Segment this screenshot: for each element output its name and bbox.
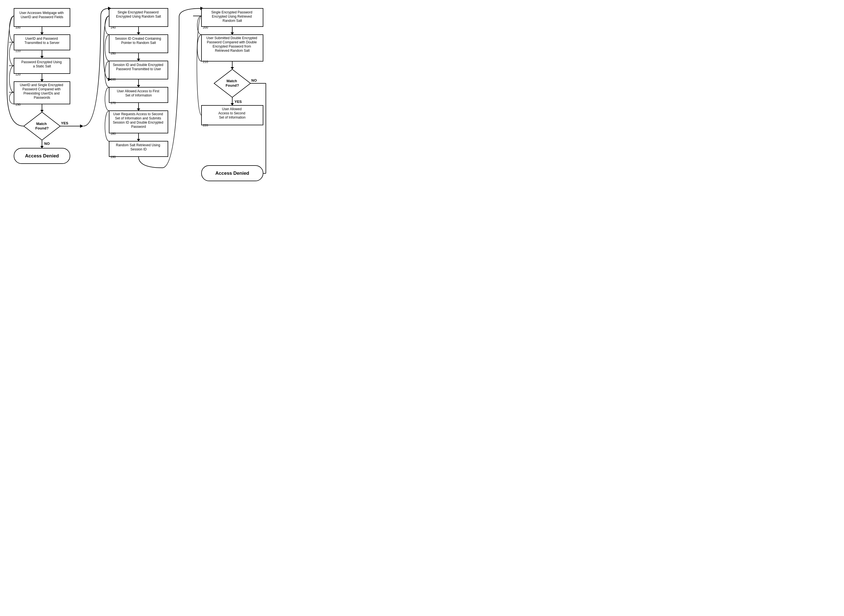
loop-c1-arc3 (10, 66, 14, 92)
step-110: 110 (15, 49, 21, 53)
flowchart-svg: User Accesses Webpage with UserID and Pa… (6, 6, 274, 249)
label-150: Session ID Created Containing Pointer to… (115, 37, 162, 45)
step-190: 190 (110, 155, 116, 158)
step-180: 180 (110, 132, 116, 135)
no-label-d1: NO (44, 141, 50, 146)
step-130: 130 (15, 103, 21, 106)
arrowhead-d1-no (40, 146, 44, 148)
step-120: 120 (15, 73, 21, 76)
loop-col2-left1 (104, 16, 109, 79)
step-220: 220 (203, 123, 208, 127)
access-denied-1-label: Access Denied (25, 153, 59, 158)
label-110: UserID and Password Transmitted to a Ser… (25, 37, 60, 45)
arrowhead-d2-yes (231, 103, 234, 106)
step-100: 100 (15, 26, 21, 29)
arrowhead-d1-yes (80, 125, 84, 128)
loop-c2-arc4 (105, 87, 109, 111)
diamond-2-label: Match Found? (225, 79, 239, 88)
step-150: 150 (110, 52, 116, 55)
loop-c1-arc4 (10, 92, 14, 104)
loop-c3-arc2 (197, 35, 201, 61)
label-140: Single Encrypted Password Encrypted Usin… (116, 10, 161, 18)
arrowhead-160-170 (137, 85, 140, 87)
loop-c2-arc5 (105, 111, 109, 141)
arrowhead-120-130 (40, 79, 44, 82)
yes-label-d1: YES (61, 121, 68, 125)
arrowhead-150-160 (137, 59, 140, 61)
diamond-1-label: Match Found? (35, 122, 49, 130)
access-denied-2-label: Access Denied (216, 170, 249, 176)
loop-c1-arc1 (10, 16, 14, 42)
loop-c2-arc2 (105, 35, 109, 61)
loop-c3-arc3 (197, 16, 202, 115)
loop-c2-arc3 (105, 61, 109, 87)
label-220: User Allowed Access to Second Set of Inf… (218, 107, 246, 119)
step-210: 210 (203, 60, 208, 63)
arrowhead-170-180 (137, 109, 140, 111)
arrowhead-100-110 (40, 32, 44, 35)
yes-label-d2: YES (234, 100, 242, 104)
label-100: User Accesses Webpage with UserID and Pa… (19, 11, 65, 19)
arrowhead-180-190 (137, 139, 140, 141)
flowchart-container: User Accesses Webpage with UserID and Pa… (6, 6, 274, 250)
arrowhead-200-210 (231, 32, 234, 35)
step-140: 140 (110, 26, 116, 29)
step-170: 170 (110, 101, 116, 104)
loop-c2-arc1 (105, 16, 109, 35)
arrowhead-140-150 (137, 32, 140, 35)
no-label-d2: NO (251, 78, 257, 82)
arrowhead-110-120 (40, 56, 44, 58)
label-160: Session ID and Double Encrypted Password… (113, 63, 164, 71)
loop-c1-arc2 (10, 42, 14, 66)
step-200: 200 (203, 26, 208, 29)
